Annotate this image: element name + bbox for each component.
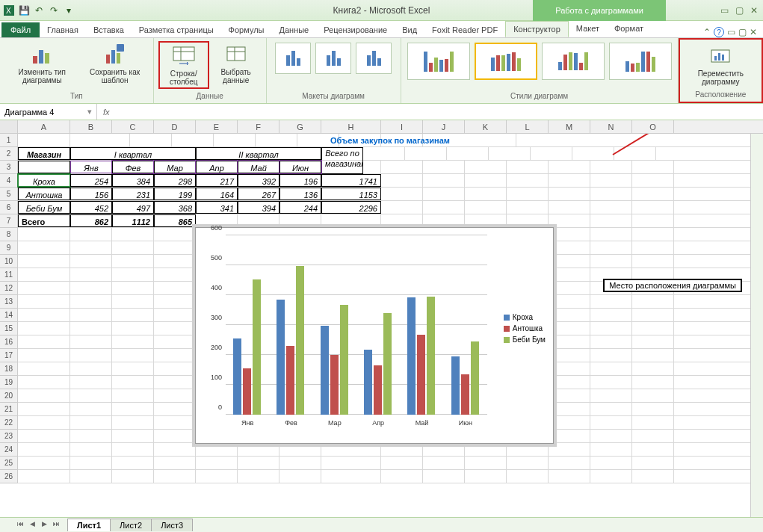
tab-Макет[interactable]: Макет (569, 21, 607, 37)
chart-bar[interactable] (277, 300, 285, 415)
tab-Формулы[interactable]: Формулы (221, 22, 272, 37)
cell[interactable] (632, 389, 674, 402)
cell[interactable] (632, 228, 674, 241)
row-header[interactable]: 6 (0, 201, 18, 214)
cell[interactable] (590, 255, 632, 267)
cell[interactable] (154, 322, 196, 335)
cell[interactable]: Объем закупок по магазинам (265, 134, 516, 147)
cell[interactable] (154, 282, 196, 294)
cell[interactable] (549, 335, 590, 348)
cell[interactable] (70, 362, 112, 375)
cell[interactable] (614, 147, 656, 160)
maximize-icon[interactable]: ▢ (733, 4, 745, 16)
cell[interactable] (18, 322, 70, 335)
cell[interactable] (549, 214, 590, 227)
cell[interactable] (112, 241, 154, 254)
move-chart-button[interactable]: Переместить диаграмму (685, 43, 757, 87)
cell[interactable] (549, 389, 590, 402)
chart-style-thumb[interactable] (475, 43, 537, 80)
cell[interactable] (632, 403, 674, 415)
cell[interactable] (632, 255, 674, 267)
cell[interactable] (154, 416, 196, 429)
cell[interactable] (549, 228, 590, 241)
col-header[interactable]: C (112, 120, 154, 133)
save-icon[interactable]: 💾 (18, 4, 30, 16)
cell[interactable] (465, 470, 507, 483)
cell[interactable] (632, 362, 674, 375)
cell[interactable] (18, 268, 70, 281)
cell[interactable] (70, 403, 112, 415)
cell[interactable] (423, 201, 465, 214)
cell[interactable] (549, 309, 590, 321)
tab-Формат[interactable]: Формат (607, 21, 651, 37)
chart-style-thumb[interactable] (542, 43, 605, 80)
cell[interactable] (18, 362, 70, 375)
cell[interactable]: 341 (196, 201, 238, 214)
cell[interactable] (112, 255, 154, 267)
cell[interactable] (381, 457, 423, 469)
cell[interactable] (590, 416, 632, 429)
cell[interactable] (112, 430, 154, 442)
cell[interactable] (590, 457, 632, 469)
col-header[interactable]: J (423, 120, 465, 133)
cell[interactable] (321, 457, 381, 469)
cell[interactable] (112, 443, 154, 456)
cell[interactable] (279, 457, 321, 469)
cell[interactable] (549, 282, 590, 294)
cell[interactable] (590, 362, 632, 375)
row-header[interactable]: 15 (0, 322, 18, 335)
cell[interactable] (70, 255, 112, 267)
cell[interactable] (572, 147, 614, 160)
cell[interactable] (531, 147, 572, 160)
cell[interactable] (18, 282, 70, 294)
cell[interactable]: 196 (279, 174, 321, 187)
cell[interactable] (112, 389, 154, 402)
cell[interactable] (465, 443, 507, 456)
cell[interactable] (423, 161, 465, 173)
cell[interactable] (549, 174, 590, 187)
cell[interactable] (549, 430, 590, 442)
cell[interactable] (112, 349, 154, 362)
cell[interactable] (18, 309, 70, 321)
chart-bar[interactable] (330, 355, 339, 415)
cell[interactable] (632, 470, 674, 483)
cell[interactable] (112, 309, 154, 321)
cell[interactable]: 267 (238, 188, 279, 200)
cell[interactable] (112, 470, 154, 483)
cell[interactable] (465, 201, 507, 214)
cell[interactable] (489, 147, 531, 160)
chart-bar[interactable] (417, 335, 425, 415)
cell[interactable] (154, 309, 196, 321)
minimize-icon[interactable]: ▭ (718, 4, 730, 16)
cell[interactable]: Май (238, 161, 279, 173)
cell[interactable] (590, 443, 632, 456)
cell[interactable]: Беби Бум (18, 201, 70, 214)
cell[interactable]: 231 (112, 188, 154, 200)
cell[interactable] (590, 309, 632, 321)
cell[interactable] (632, 241, 674, 254)
cell[interactable] (507, 457, 549, 469)
select-data-button[interactable]: Выбрать данные (211, 41, 262, 86)
cell[interactable] (549, 349, 590, 362)
chart-bar[interactable] (340, 305, 348, 415)
cell[interactable] (70, 228, 112, 241)
window-minimize-icon[interactable]: ▭ (727, 27, 735, 37)
cell[interactable] (130, 134, 172, 146)
cell[interactable] (423, 457, 465, 469)
cell[interactable] (465, 174, 507, 187)
cell[interactable] (70, 309, 112, 321)
cell[interactable] (632, 443, 674, 456)
cell[interactable] (154, 362, 196, 375)
row-header[interactable]: 2 (0, 147, 18, 161)
cell[interactable] (70, 389, 112, 402)
cell[interactable] (549, 416, 590, 429)
row-header[interactable]: 8 (0, 228, 18, 241)
cell[interactable] (632, 416, 674, 429)
chart-bar[interactable] (286, 346, 294, 415)
cell[interactable]: 254 (70, 174, 112, 187)
cell[interactable]: 1153 (321, 188, 381, 200)
save-template-button[interactable]: Сохранить как шаблон (81, 41, 148, 86)
cell[interactable] (549, 241, 590, 254)
cell[interactable]: 862 (70, 214, 112, 227)
chart-bar[interactable] (407, 297, 416, 415)
